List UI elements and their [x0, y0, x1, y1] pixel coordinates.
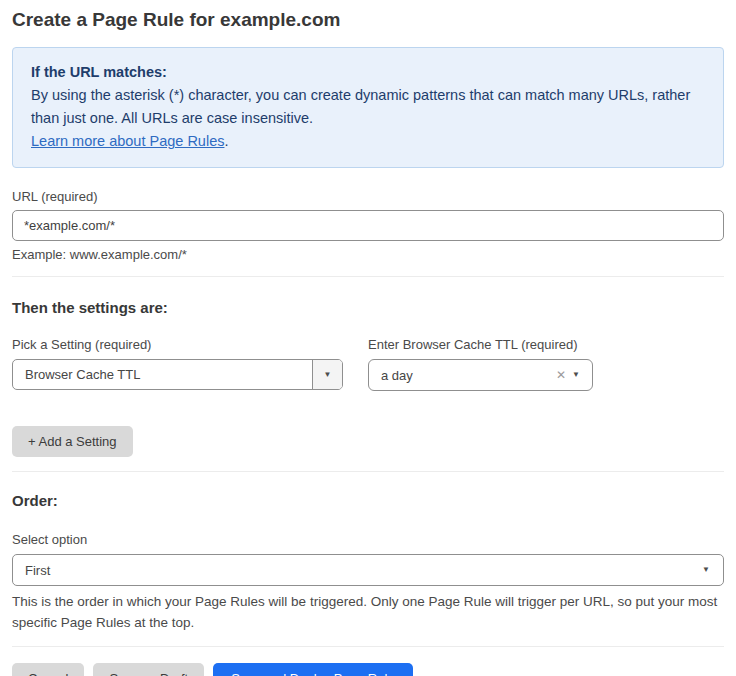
save-as-draft-button[interactable]: Save as Draft [93, 663, 204, 676]
ttl-picker-label: Enter Browser Cache TTL (required) [368, 337, 593, 353]
cancel-button[interactable]: Cancel [12, 663, 84, 676]
info-box-body: By using the asterisk (*) character, you… [31, 84, 691, 130]
url-example-helper: Example: www.example.com/* [12, 247, 724, 263]
divider [12, 646, 724, 647]
caret-down-icon: ▼ [702, 566, 723, 574]
footer-actions: Cancel Save as Draft Save and Deploy Pag… [12, 663, 724, 676]
caret-down-icon: ▼ [324, 371, 332, 379]
info-box-heading: If the URL matches: [31, 61, 705, 84]
order-select-label: Select option [12, 532, 724, 548]
caret-down-icon: ▼ [572, 371, 592, 379]
url-label: URL (required) [12, 189, 724, 205]
select-arrow-box[interactable]: ▼ [312, 360, 342, 389]
info-box-link-line: Learn more about Page Rules. [31, 130, 705, 153]
clear-icon[interactable]: ✕ [554, 368, 572, 382]
settings-row: Pick a Setting (required) Browser Cache … [12, 337, 724, 391]
setting-picker-field: Pick a Setting (required) Browser Cache … [12, 337, 343, 391]
divider [12, 276, 724, 277]
setting-select[interactable]: Browser Cache TTL ▼ [12, 359, 343, 390]
save-and-deploy-button[interactable]: Save and Deploy Page Rule [213, 663, 412, 676]
ttl-picker-field: Enter Browser Cache TTL (required) a day… [368, 337, 593, 391]
order-select-value: First [13, 563, 702, 578]
setting-picker-label: Pick a Setting (required) [12, 337, 343, 353]
divider [12, 471, 724, 472]
add-setting-button[interactable]: + Add a Setting [12, 426, 133, 457]
order-section-heading: Order: [12, 491, 724, 510]
setting-select-value: Browser Cache TTL [13, 367, 312, 382]
order-helper-text: This is the order in which your Page Rul… [12, 591, 724, 633]
create-page-rule-form: Create a Page Rule for example.com If th… [0, 0, 736, 676]
ttl-select[interactable]: a day ✕ ▼ [368, 359, 593, 391]
order-select[interactable]: First ▼ [12, 554, 724, 586]
ttl-select-value: a day [369, 368, 554, 383]
url-input[interactable] [12, 210, 724, 241]
settings-section-heading: Then the settings are: [12, 298, 724, 317]
page-title: Create a Page Rule for example.com [12, 8, 724, 32]
link-suffix: . [224, 133, 228, 149]
url-match-info-box: If the URL matches: By using the asteris… [12, 47, 724, 168]
learn-more-link[interactable]: Learn more about Page Rules [31, 133, 224, 149]
